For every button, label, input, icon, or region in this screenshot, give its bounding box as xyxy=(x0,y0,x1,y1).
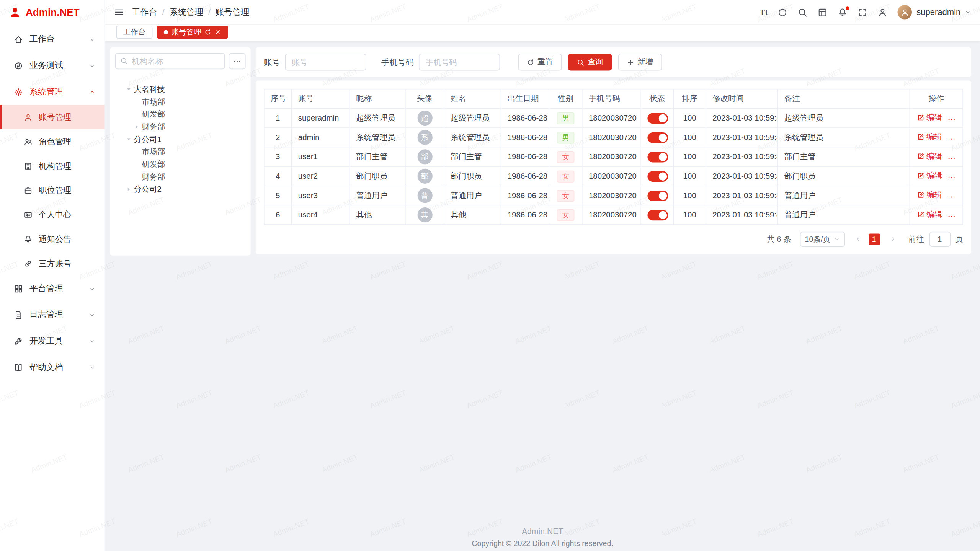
sidebar-item[interactable]: 日志管理 xyxy=(0,302,105,328)
menu-collapse-icon[interactable] xyxy=(114,7,124,18)
prev-page-button[interactable] xyxy=(852,234,863,245)
cell-actions: 编辑 xyxy=(910,108,963,128)
cell-phone: 18020030720 xyxy=(582,147,641,166)
more-actions-icon[interactable] xyxy=(948,116,956,124)
avatar[interactable] xyxy=(898,5,912,20)
topbar: 工作台/系统管理/账号管理 Ttsuperadmin xyxy=(105,0,980,25)
cell-modified-time: 2023-01-03 10:59:44 xyxy=(706,205,778,225)
add-button[interactable]: 新增 xyxy=(618,54,662,70)
status-toggle[interactable] xyxy=(647,113,668,124)
toggle-knob xyxy=(659,172,667,180)
more-actions-icon[interactable] xyxy=(948,154,956,162)
breadcrumb-item[interactable]: 系统管理 xyxy=(170,7,203,18)
sidebar-subitem[interactable]: 机构管理 xyxy=(0,154,105,178)
chevron-down-icon xyxy=(89,285,96,292)
search-icon[interactable] xyxy=(798,7,808,17)
tree-node[interactable]: 市场部 xyxy=(115,145,245,158)
tree-node[interactable]: 财务部 xyxy=(115,121,245,133)
status-toggle[interactable] xyxy=(647,171,668,182)
sidebar-subitem[interactable]: 角色管理 xyxy=(0,129,105,154)
tree-node[interactable]: 财务部 xyxy=(115,171,245,183)
sidebar-subitem[interactable]: 账号管理 xyxy=(0,105,105,129)
caret-down-icon[interactable] xyxy=(125,136,133,142)
goto-page-input[interactable] xyxy=(929,232,951,247)
sidebar-subitem-label: 个人中心 xyxy=(39,209,71,220)
sidebar-item[interactable]: 系统管理 xyxy=(0,79,105,105)
phone-input[interactable] xyxy=(419,54,500,70)
sidebar-item-label: 平台管理 xyxy=(29,283,83,294)
sidebar-subitem-label: 通知公告 xyxy=(39,233,71,245)
logo[interactable]: Admin.NET xyxy=(0,0,105,25)
caret-right-icon[interactable] xyxy=(125,186,133,192)
breadcrumb-item[interactable]: 账号管理 xyxy=(216,7,249,18)
tree-node[interactable]: 市场部 xyxy=(115,96,245,108)
more-actions-icon[interactable] xyxy=(948,135,956,143)
layout-icon[interactable] xyxy=(818,7,828,17)
theme-icon[interactable] xyxy=(778,7,788,17)
role-icon xyxy=(24,137,33,146)
tree-node[interactable]: 研发部 xyxy=(115,158,245,171)
next-page-button[interactable] xyxy=(887,234,898,245)
edit-button[interactable]: 编辑 xyxy=(917,151,942,162)
close-icon[interactable] xyxy=(214,28,221,35)
sidebar-item[interactable]: 平台管理 xyxy=(0,276,105,302)
org-search-input[interactable] xyxy=(115,53,225,69)
status-toggle[interactable] xyxy=(647,152,668,162)
cell-gender: 女 xyxy=(549,205,582,225)
sidebar-subitem[interactable]: 职位管理 xyxy=(0,178,105,202)
tree-node-label: 财务部 xyxy=(142,122,165,132)
cell-name: 超级管理员 xyxy=(444,108,501,128)
tree-node-label: 研发部 xyxy=(142,109,165,120)
account-input[interactable] xyxy=(285,54,366,70)
caret-right-icon[interactable] xyxy=(133,124,141,130)
font-size-icon[interactable]: Tt xyxy=(760,7,768,17)
reset-button[interactable]: 重置 xyxy=(518,54,562,70)
cell-account: user2 xyxy=(292,166,350,186)
tree-node[interactable]: 分公司2 xyxy=(115,183,245,196)
edit-button[interactable]: 编辑 xyxy=(917,190,942,201)
reset-label: 重置 xyxy=(537,57,553,68)
status-toggle[interactable] xyxy=(647,190,668,201)
more-actions-icon[interactable] xyxy=(948,212,956,220)
tree-node[interactable]: 分公司1 xyxy=(115,133,245,146)
chevron-left-icon xyxy=(854,236,862,243)
edit-icon xyxy=(917,191,924,199)
edit-button[interactable]: 编辑 xyxy=(917,209,942,220)
query-button[interactable]: 查询 xyxy=(568,54,612,70)
status-toggle[interactable] xyxy=(647,210,668,220)
table-row: 5user3普通用户普普通用户1986-06-28女18020030720100… xyxy=(264,186,963,205)
tab[interactable]: 工作台 xyxy=(116,25,153,38)
edit-button[interactable]: 编辑 xyxy=(917,171,942,181)
sidebar-item[interactable]: 开发工具 xyxy=(0,328,105,354)
status-toggle[interactable] xyxy=(647,132,668,143)
cell-gender: 女 xyxy=(549,186,582,205)
notification-icon[interactable] xyxy=(838,7,848,17)
tree-node[interactable]: 大名科技 xyxy=(115,83,245,96)
more-actions-icon[interactable] xyxy=(948,174,956,182)
cell-no: 1 xyxy=(264,108,292,128)
sidebar-subitem[interactable]: 个人中心 xyxy=(0,202,105,227)
org-panel: 大名科技市场部研发部财务部分公司1市场部研发部财务部分公司2 xyxy=(110,47,250,256)
position-icon xyxy=(24,186,33,195)
tree-node-label: 研发部 xyxy=(142,159,165,170)
person-icon[interactable] xyxy=(878,7,888,17)
tree-node[interactable]: 研发部 xyxy=(115,108,245,121)
more-actions-icon[interactable] xyxy=(948,193,956,201)
edit-button[interactable]: 编辑 xyxy=(917,132,942,143)
sidebar-item[interactable]: 业务测试 xyxy=(0,52,105,79)
sidebar-subitem[interactable]: 通知公告 xyxy=(0,227,105,251)
caret-down-icon[interactable] xyxy=(125,86,133,92)
page-number-button[interactable]: 1 xyxy=(869,234,880,245)
refresh-icon[interactable] xyxy=(204,28,211,35)
breadcrumb-item[interactable]: 工作台 xyxy=(132,7,157,18)
fullscreen-icon[interactable] xyxy=(858,7,868,17)
username[interactable]: superadmin xyxy=(916,8,960,17)
page-size-select[interactable]: 10条/页 xyxy=(800,232,844,247)
sidebar-item[interactable]: 帮助文档 xyxy=(0,354,105,381)
edit-button[interactable]: 编辑 xyxy=(917,112,942,123)
sidebar-subitem[interactable]: 三方账号 xyxy=(0,251,105,276)
sidebar-item[interactable]: 工作台 xyxy=(0,26,105,53)
tab[interactable]: 账号管理 xyxy=(157,25,228,38)
gender-badge: 女 xyxy=(557,190,574,202)
org-more-button[interactable] xyxy=(229,53,246,69)
